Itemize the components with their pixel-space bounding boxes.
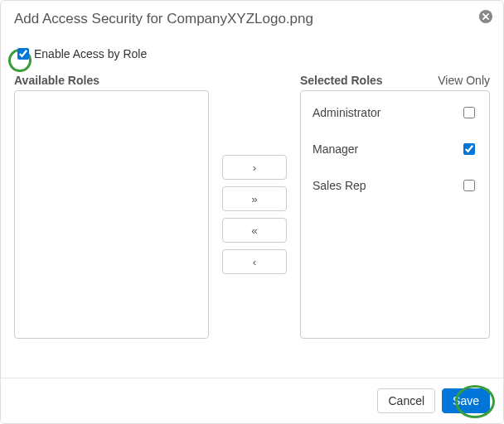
view-only-checkbox[interactable] xyxy=(463,180,475,191)
transfer-buttons: › » « ‹ xyxy=(219,74,290,274)
selected-roles-column: Selected Roles View Only AdministratorMa… xyxy=(300,74,490,339)
dialog-header: Add Access Security for CompanyXYZLogo.p… xyxy=(1,1,503,37)
close-icon[interactable] xyxy=(478,9,493,24)
selected-role-name: Administrator xyxy=(313,106,380,119)
available-roles-header: Available Roles xyxy=(14,74,209,87)
double-chevron-right-icon: » xyxy=(251,193,257,205)
enable-access-label: Enable Acess by Role xyxy=(34,47,147,60)
selected-roles-header-row: Selected Roles View Only xyxy=(300,74,490,87)
remove-all-button[interactable]: « xyxy=(222,218,287,243)
dialog-footer: Cancel Save xyxy=(1,378,503,423)
view-only-checkbox[interactable] xyxy=(463,143,475,155)
selected-roles-list[interactable]: AdministratorManagerSales Rep xyxy=(300,90,490,339)
dialog-body: Enable Acess by Role Available Roles › »… xyxy=(1,37,503,339)
selected-role-name: Sales Rep xyxy=(313,179,366,192)
available-roles-column: Available Roles xyxy=(14,74,209,339)
chevron-right-icon: › xyxy=(253,161,256,174)
selected-role-name: Manager xyxy=(313,142,358,156)
add-one-button[interactable]: › xyxy=(222,155,287,180)
enable-access-checkbox[interactable] xyxy=(17,48,29,60)
cancel-button[interactable]: Cancel xyxy=(377,388,435,413)
available-roles-list[interactable] xyxy=(14,90,209,339)
access-security-dialog: Add Access Security for CompanyXYZLogo.p… xyxy=(0,0,504,424)
save-button[interactable]: Save xyxy=(442,388,490,413)
double-chevron-left-icon: « xyxy=(251,224,257,237)
add-all-button[interactable]: » xyxy=(222,186,287,211)
chevron-left-icon: ‹ xyxy=(253,256,256,268)
remove-one-button[interactable]: ‹ xyxy=(222,249,287,274)
selected-role-row[interactable]: Administrator xyxy=(301,94,489,131)
view-only-header: View Only xyxy=(438,74,490,87)
selected-role-row[interactable]: Manager xyxy=(301,131,489,167)
selected-role-row[interactable]: Sales Rep xyxy=(301,167,489,204)
enable-access-by-role[interactable]: Enable Acess by Role xyxy=(14,46,490,62)
roles-area: Available Roles › » « ‹ Select xyxy=(14,74,490,339)
dialog-title: Add Access Security for CompanyXYZLogo.p… xyxy=(14,11,313,26)
selected-roles-header: Selected Roles xyxy=(300,74,383,87)
view-only-checkbox[interactable] xyxy=(463,107,475,118)
